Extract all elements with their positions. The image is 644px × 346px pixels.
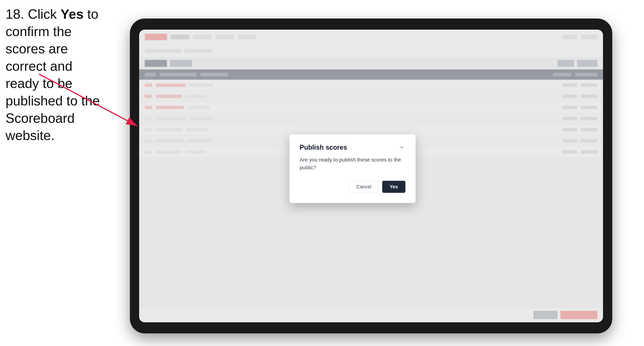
modal-close-button[interactable]: × [398,144,406,151]
bold-yes: Yes [60,7,84,21]
instruction-block: 18. Click Yes to confirm the scores are … [6,5,110,144]
modal-footer: Cancel Yes [300,181,406,193]
step-number: 18. [6,7,24,21]
text-before-bold: Click [24,7,60,21]
yes-button[interactable]: Yes [382,181,406,193]
publish-scores-dialog: Publish scores × Are you ready to publis… [290,134,416,203]
modal-overlay: Publish scores × Are you ready to publis… [139,30,603,322]
text-after-bold: to confirm the scores are correct and re… [6,7,100,143]
modal-title-row: Publish scores × [300,144,406,151]
cancel-button[interactable]: Cancel [348,181,379,193]
tablet-device: Publish scores × Are you ready to publis… [130,18,612,334]
modal-body-text: Are you ready to publish these scores to… [300,156,406,172]
modal-title: Publish scores [300,144,347,151]
tablet-screen: Publish scores × Are you ready to publis… [139,30,603,322]
